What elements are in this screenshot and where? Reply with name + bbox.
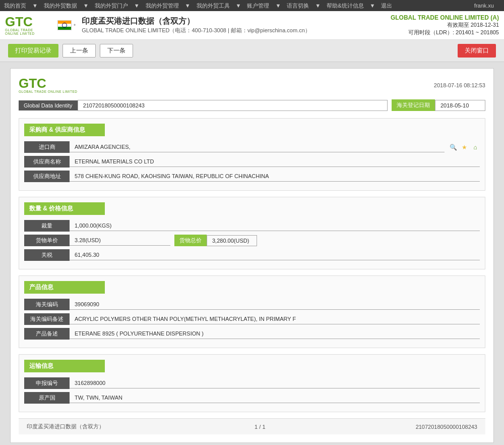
star-icon[interactable]: ★ bbox=[460, 143, 469, 152]
product-desc-row: 产品备述 ETERANE 8925 ( POLYURETHANE DISPERS… bbox=[24, 328, 480, 340]
tax-label: 关税 bbox=[24, 249, 70, 261]
card-timestamp: 2018-07-16 08:12:53 bbox=[434, 82, 485, 88]
nav-sep5: ▼ bbox=[236, 3, 241, 9]
nav-manage[interactable]: 我的外贸管理 bbox=[146, 2, 179, 10]
india-flag bbox=[57, 20, 72, 30]
logo-letters: GTC bbox=[5, 15, 33, 28]
header-title-block: 印度孟买港进口数据（含双方） GLOBAL TRADE ONLINE LIMIT… bbox=[82, 16, 391, 34]
hs-desc-label: 海关编码备述 bbox=[24, 313, 70, 325]
product-title: 产品信息 bbox=[24, 281, 105, 294]
quantity-price-title: 数量 & 价格信息 bbox=[24, 202, 105, 215]
flag-area: • bbox=[57, 20, 78, 30]
nav-logout[interactable]: 退出 bbox=[381, 2, 392, 10]
nav-sep2: ▼ bbox=[83, 3, 89, 9]
nav-help[interactable]: 帮助&统计信息 bbox=[327, 2, 363, 10]
nav-sep3: ▼ bbox=[134, 3, 140, 9]
product-section: 产品信息 海关编码 39069090 海关编码备述 ACRYLIC POLYME… bbox=[19, 275, 485, 348]
supplier-name-row: 供应商名称 ETERNAL MATERIALS CO LTD bbox=[24, 156, 480, 168]
prev-button[interactable]: 上一条 bbox=[62, 44, 96, 58]
weight-value: 1,000.00(KGS) bbox=[70, 220, 480, 231]
unit-price-value: 3.28(USD) bbox=[70, 235, 170, 246]
nav-account[interactable]: 账户管理 bbox=[247, 2, 269, 10]
supplier-addr-label: 供应商地址 bbox=[24, 171, 70, 182]
record-card: GTC GLOBAL TRADE ONLINE LIMITED 2018-07-… bbox=[10, 68, 494, 443]
declaration-label: 申报编号 bbox=[24, 377, 70, 389]
origin-country-row: 原产国 TW, TWN, TAIWAN bbox=[24, 392, 480, 404]
nav-data[interactable]: 我的外贸数据 bbox=[44, 2, 77, 10]
home-icon[interactable]: ⌂ bbox=[471, 143, 480, 152]
transport-section: 运输信息 申报编号 3162898000 原产国 TW, TWN, TAIWAN bbox=[19, 354, 485, 412]
identity-value: 21072018050000108243 bbox=[78, 100, 388, 111]
product-desc-value: ETERANE 8925 ( POLYURETHANE DISPERSION ) bbox=[70, 328, 480, 339]
company-logo: GTC GLOBAL TRADE ONLINE LIMITED bbox=[5, 15, 45, 36]
product-desc-label: 产品备述 bbox=[24, 328, 70, 340]
customs-date-value: 2018-05-10 bbox=[435, 100, 485, 111]
declaration-row: 申报编号 3162898000 bbox=[24, 377, 480, 389]
logo-area: GTC GLOBAL TRADE ONLINE LIMITED bbox=[5, 15, 45, 36]
usage-period: 可用时段（LDR）: 201401 ~ 201805 bbox=[391, 29, 499, 36]
valid-until: 有效期至 2018-12-31 bbox=[391, 21, 499, 29]
nav-sep6: ▼ bbox=[275, 3, 281, 9]
separator: • bbox=[74, 22, 76, 29]
page-title: 印度孟买港进口数据（含双方） bbox=[82, 16, 391, 27]
card-logo: GTC GLOBAL TRADE ONLINE LIMITED bbox=[19, 77, 77, 93]
main-content: GTC GLOBAL TRADE ONLINE LIMITED 2018-07-… bbox=[0, 62, 504, 445]
supplier-addr-row: 供应商地址 578 CHIEN-KUNG ROAD, KAOHSING TAIW… bbox=[24, 171, 480, 182]
footer-record-id: 21072018050000108243 bbox=[416, 424, 477, 430]
nav-tools[interactable]: 我的外贸工具 bbox=[197, 2, 230, 10]
nav-sep: ▼ bbox=[32, 3, 38, 9]
tax-value: 61,405.30 bbox=[70, 250, 480, 260]
hs-desc-row: 海关编码备述 ACRYLIC POLYMERS OTHER THAN POLY(… bbox=[24, 313, 480, 325]
card-header: GTC GLOBAL TRADE ONLINE LIMITED 2018-07-… bbox=[19, 77, 485, 93]
supplier-name-value: ETERNAL MATERIALS CO LTD bbox=[70, 156, 480, 167]
transport-title: 运输信息 bbox=[24, 360, 105, 372]
nav-home[interactable]: 我的首页 bbox=[4, 2, 26, 10]
next-button[interactable]: 下一条 bbox=[100, 44, 133, 58]
importer-label: 进口商 bbox=[24, 141, 70, 153]
nav-sep4: ▼ bbox=[185, 3, 191, 9]
identity-row: Global Data Identity 2107201805000010824… bbox=[19, 99, 485, 111]
supplier-name-label: 供应商名称 bbox=[24, 156, 70, 168]
company-name: GLOBAL TRADE ONLINE LIMITED (A) bbox=[391, 14, 499, 21]
header-right-block: GLOBAL TRADE ONLINE LIMITED (A) 有效期至 201… bbox=[391, 14, 499, 36]
nav-sep8: ▼ bbox=[370, 3, 375, 9]
buyer-supplier-title: 采购商 & 供应商信息 bbox=[24, 124, 105, 136]
hs-code-row: 海关编码 39069090 bbox=[24, 299, 480, 310]
search-icon[interactable]: 🔍 bbox=[449, 143, 458, 152]
username: frank.xu bbox=[474, 3, 494, 9]
page-header: GTC GLOBAL TRADE ONLINE LIMITED • 印度孟买港进… bbox=[0, 11, 504, 40]
importer-icons: 🔍 ★ ⌂ bbox=[449, 143, 480, 152]
hs-desc-value: ACRYLIC POLYMERS OTHER THAN POLY(METHYL … bbox=[70, 314, 480, 324]
importer-row: 进口商 AMIZARA AGENCIES, 🔍 ★ ⌂ bbox=[24, 141, 480, 153]
total-price-value: 3,280.00(USD) bbox=[207, 235, 257, 246]
unit-price-row: 货物单价 3.28(USD) 货物总价 3,280.00(USD) bbox=[24, 235, 480, 246]
unit-price-label: 货物单价 bbox=[24, 235, 70, 246]
footer-page: 1 / 1 bbox=[255, 424, 265, 430]
declaration-value: 3162898000 bbox=[70, 378, 480, 388]
header-subtitle: GLOBAL TRADE ONLINE LIMITED（电话：400-710-3… bbox=[82, 27, 391, 34]
identity-label: Global Data Identity bbox=[19, 100, 78, 110]
hs-code-value: 39069090 bbox=[70, 299, 480, 310]
nav-portal[interactable]: 我的外贸门户 bbox=[95, 2, 128, 10]
weight-label: 裁量 bbox=[24, 220, 70, 232]
tax-row: 关税 61,405.30 bbox=[24, 249, 480, 261]
quantity-price-section: 数量 & 价格信息 裁量 1,000.00(KGS) 货物单价 3.28(USD… bbox=[19, 197, 485, 269]
importer-value: AMIZARA AGENCIES, bbox=[70, 142, 445, 152]
close-button[interactable]: 关闭窗口 bbox=[458, 44, 496, 58]
nav-language[interactable]: 语言切换 bbox=[287, 2, 309, 10]
top-navigation: 我的首页 ▼ 我的外贸数据 ▼ 我的外贸门户 ▼ 我的外贸管理 ▼ 我的外贸工具… bbox=[0, 0, 504, 11]
nav-sep7: ▼ bbox=[315, 3, 321, 9]
weight-row: 裁量 1,000.00(KGS) bbox=[24, 220, 480, 232]
customs-date-label: 海关登记日期 bbox=[392, 99, 435, 111]
record-footer: 印度孟买港进口数据（含双方） 1 / 1 2107201805000010824… bbox=[19, 418, 485, 434]
hs-code-label: 海关编码 bbox=[24, 299, 70, 310]
footer-record-title: 印度孟买港进口数据（含双方） bbox=[27, 423, 104, 430]
top-toolbar: 打印贸易记录 上一条 下一条 关闭窗口 bbox=[0, 40, 504, 62]
origin-country-value: TW, TWN, TAIWAN bbox=[70, 393, 480, 403]
origin-country-label: 原产国 bbox=[24, 392, 70, 404]
print-button[interactable]: 打印贸易记录 bbox=[8, 44, 58, 58]
buyer-supplier-section: 采购商 & 供应商信息 进口商 AMIZARA AGENCIES, 🔍 ★ ⌂ … bbox=[19, 118, 485, 191]
supplier-addr-value: 578 CHIEN-KUNG ROAD, KAOHSING TAIWAN, RE… bbox=[70, 171, 480, 182]
total-price-label: 货物总价 bbox=[174, 235, 207, 246]
logo-full-name: GLOBAL TRADE ONLINE LIMITED bbox=[5, 28, 45, 35]
